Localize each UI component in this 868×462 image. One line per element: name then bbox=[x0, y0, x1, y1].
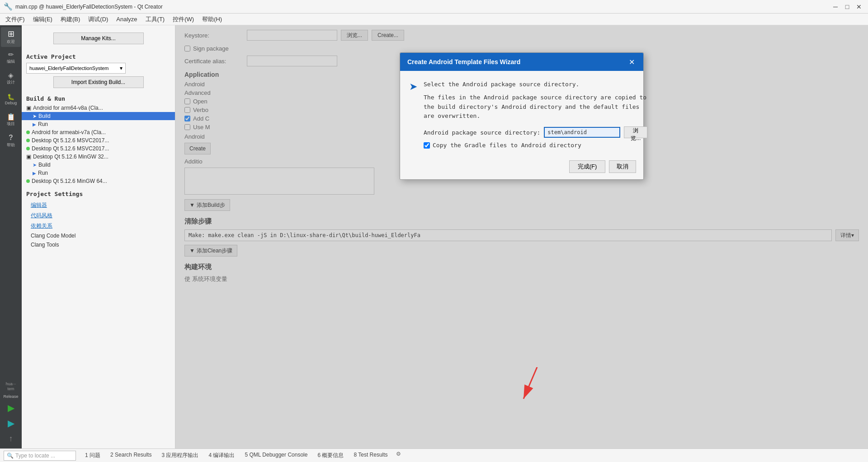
edit-icon: ✏ bbox=[8, 51, 14, 58]
welcome-label: 欢迎 bbox=[7, 39, 15, 45]
tree-desktop-mingw32[interactable]: ▣ Desktop Qt 5.12.6 MinGW 32... bbox=[22, 153, 175, 161]
settings-editor[interactable]: 编辑器 bbox=[22, 200, 175, 210]
project-icon: 📋 bbox=[7, 113, 15, 120]
status-settings-icon: ⚙ bbox=[396, 451, 401, 460]
active-project-label: Active Project bbox=[26, 53, 170, 60]
dialog-header: Create Android Template Files Wizard ✕ bbox=[400, 53, 643, 71]
sidebar-item-design[interactable]: ◈ 设计 bbox=[1, 69, 21, 89]
status-app-output[interactable]: 3 应用程序输出 bbox=[160, 451, 200, 460]
title-bar: 🔧 main.cpp @ huawei_ElderlyFallDetection… bbox=[0, 0, 868, 14]
sidebar-bottom: hua···tem Release ▶ ▶ ↑ bbox=[2, 381, 19, 448]
run-up-button[interactable]: ↑ bbox=[4, 431, 18, 446]
debug-label: Debug bbox=[5, 101, 17, 105]
tree-desktop-64[interactable]: Desktop Qt 5.12.6 MinGW 64... bbox=[22, 177, 175, 185]
dot-icon bbox=[26, 179, 30, 183]
window-controls: ─ □ ✕ bbox=[830, 2, 864, 11]
main-content: Keystore: 浏览... Create... Sign package C… bbox=[175, 25, 868, 448]
dialog-cancel-button[interactable]: 取消 bbox=[609, 160, 636, 173]
tree-item-label: Build bbox=[38, 162, 51, 168]
sidebar-item-welcome[interactable]: ⊞ 欢迎 bbox=[1, 27, 21, 47]
debug-icon: 🐛 bbox=[7, 94, 14, 100]
settings-code-style[interactable]: 代码风格 bbox=[22, 210, 175, 221]
android-source-dir-input[interactable] bbox=[544, 127, 620, 138]
status-qml-debugger[interactable]: 5 QML Debugger Console bbox=[243, 451, 309, 460]
tree-build-arm64[interactable]: ➤ Build bbox=[22, 112, 175, 120]
step-arrow-icon: ➤ bbox=[409, 81, 417, 149]
tree-android-arm64[interactable]: ▣ Android for arm64-v8a (Cla... bbox=[22, 104, 175, 112]
tree-run-arm64[interactable]: ▶ Run bbox=[22, 120, 175, 128]
dialog-browse-button[interactable]: 浏览... bbox=[624, 126, 647, 138]
menu-help[interactable]: 帮助(H) bbox=[198, 14, 226, 25]
help-icon: ? bbox=[9, 134, 13, 141]
run-debug-button[interactable]: ▶ bbox=[4, 416, 18, 430]
project-name: huawei_ElderlyFallDetectionSystem bbox=[29, 65, 108, 71]
copy-gradle-label: Copy the Gradle files to Android directo… bbox=[433, 142, 581, 149]
status-search-results[interactable]: 2 Search Results bbox=[108, 451, 153, 460]
create-android-dialog: Create Android Template Files Wizard ✕ ➤… bbox=[400, 52, 644, 180]
sidebar-item-help[interactable]: ? 帮助 bbox=[1, 131, 21, 151]
maximize-button[interactable]: □ bbox=[842, 2, 853, 11]
settings-clang-model[interactable]: Clang Code Model bbox=[22, 231, 175, 240]
tree-item-label: Desktop Qt 5.12.6 MinGW 32... bbox=[33, 154, 108, 160]
project-selector[interactable]: huawei_ElderlyFallDetectionSystem ▾ bbox=[26, 63, 126, 74]
tree-item-label: Android for arm64-v8a (Cla... bbox=[33, 105, 103, 111]
search-bar[interactable]: 🔍 Type to locate ... bbox=[4, 451, 76, 461]
window-title: main.cpp @ huawei_ElderlyFallDetectionSy… bbox=[15, 4, 163, 10]
settings-deps[interactable]: 依赖关系 bbox=[22, 221, 175, 231]
dot-icon bbox=[26, 131, 30, 134]
menu-analyze[interactable]: Analyze bbox=[113, 14, 141, 24]
status-test-results[interactable]: 8 Test Results bbox=[352, 451, 389, 460]
run-play-button[interactable]: ▶ bbox=[4, 401, 18, 415]
menu-tools[interactable]: 工具(T) bbox=[142, 14, 169, 25]
dialog-field-row: Android package source directory: 浏览... bbox=[424, 126, 647, 138]
sidebar-item-edit[interactable]: ✏ 编辑 bbox=[1, 48, 21, 68]
tree-build-mingw[interactable]: ➤ Build bbox=[22, 161, 175, 169]
tree-item-label: Desktop Qt 5.12.6 MSVC2017... bbox=[32, 137, 109, 144]
dot-icon bbox=[26, 147, 30, 150]
dialog-close-button[interactable]: ✕ bbox=[627, 57, 636, 66]
dialog-checkbox-row: Copy the Gradle files to Android directo… bbox=[424, 142, 647, 149]
manage-kits-button[interactable]: Manage Kits... bbox=[53, 33, 144, 44]
help-label: 帮助 bbox=[7, 142, 15, 148]
menu-build[interactable]: 构建(B) bbox=[57, 14, 84, 25]
dialog-title: Create Android Template Files Wizard bbox=[407, 58, 520, 65]
menu-debug[interactable]: 调试(D) bbox=[85, 14, 112, 25]
menu-edit[interactable]: 编辑(E) bbox=[29, 14, 56, 25]
modal-overlay: Create Android Template Files Wizard ✕ ➤… bbox=[175, 25, 868, 448]
settings-clang-tools[interactable]: Clang Tools bbox=[22, 240, 175, 249]
copy-gradle-checkbox[interactable] bbox=[424, 142, 430, 149]
menu-bar: 文件(F) 编辑(E) 构建(B) 调试(D) Analyze 工具(T) 控件… bbox=[0, 14, 868, 25]
sidebar-item-project[interactable]: 📋 项目 bbox=[1, 110, 21, 130]
icon-sidebar: ⊞ 欢迎 ✏ 编辑 ◈ 设计 🐛 Debug 📋 项目 ? 帮助 hua···t… bbox=[0, 25, 22, 448]
tree-item-label: Android for armeabi-v7a (Cla... bbox=[32, 129, 106, 135]
title-bar-left: 🔧 main.cpp @ huawei_ElderlyFallDetection… bbox=[4, 2, 163, 11]
dialog-footer: 完成(F) 取消 bbox=[400, 156, 643, 179]
status-summary[interactable]: 6 概要信息 bbox=[316, 451, 345, 460]
tree-desktop-msvc2[interactable]: Desktop Qt 5.12.6 MSVC2017... bbox=[22, 145, 175, 153]
close-button[interactable]: ✕ bbox=[854, 2, 864, 11]
dropdown-arrow-icon: ▾ bbox=[120, 65, 123, 71]
play-icon: ▶ bbox=[33, 122, 36, 127]
arrow-right-icon: ➤ bbox=[33, 113, 37, 119]
tree-android-armeabi[interactable]: Android for armeabi-v7a (Cla... bbox=[22, 128, 175, 136]
tree-run-mingw[interactable]: ▶ Run bbox=[22, 169, 175, 177]
dot-icon bbox=[26, 139, 30, 142]
project-settings-title: Project Settings bbox=[26, 191, 170, 197]
search-placeholder: Type to locate ... bbox=[15, 453, 55, 459]
import-existing-button[interactable]: Import Existing Build... bbox=[53, 76, 144, 88]
tree-item-label: Desktop Qt 5.12.6 MSVC2017... bbox=[32, 145, 109, 152]
dialog-finish-button[interactable]: 完成(F) bbox=[569, 160, 605, 173]
status-compile-output[interactable]: 4 编译输出 bbox=[207, 451, 236, 460]
menu-controls[interactable]: 控件(W) bbox=[169, 14, 198, 25]
tree-item-label: Run bbox=[38, 170, 48, 176]
menu-file[interactable]: 文件(F) bbox=[2, 14, 28, 25]
design-icon: ◈ bbox=[8, 72, 14, 79]
release-label: Release bbox=[2, 393, 19, 400]
design-label: 设计 bbox=[7, 79, 15, 85]
sidebar-item-debug[interactable]: 🐛 Debug bbox=[1, 89, 21, 109]
minimize-button[interactable]: ─ bbox=[830, 2, 841, 11]
tree-desktop-msvc1[interactable]: Desktop Qt 5.12.6 MSVC2017... bbox=[22, 136, 175, 145]
huawei-tem-label: hua···tem bbox=[5, 381, 17, 392]
status-issues[interactable]: 1 问题 bbox=[83, 451, 102, 460]
project-label: 项目 bbox=[7, 121, 15, 127]
